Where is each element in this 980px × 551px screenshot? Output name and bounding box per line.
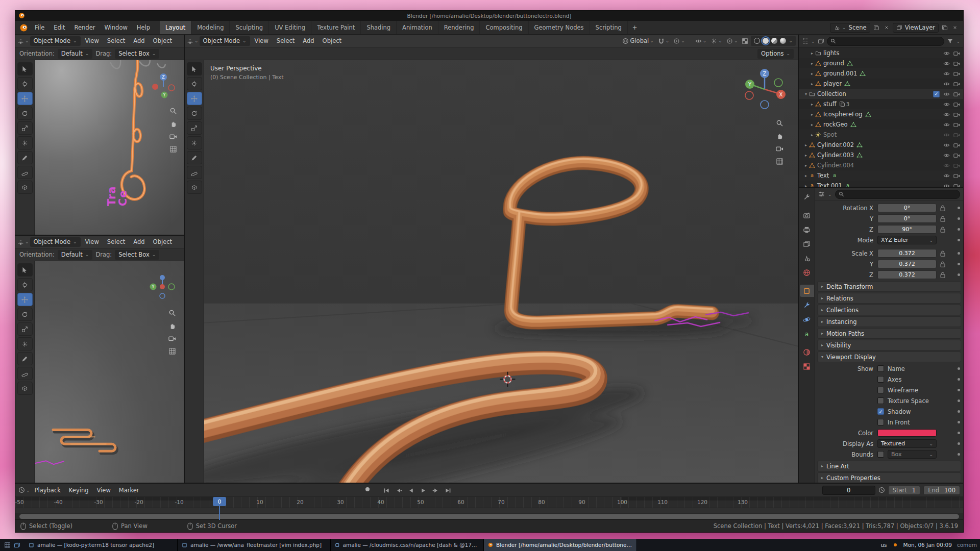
menu-select[interactable]: Select xyxy=(104,238,129,245)
outliner-row[interactable]: ▸ player xyxy=(799,79,963,89)
scene-unlink-button[interactable] xyxy=(883,23,891,32)
tab-rendering[interactable]: Rendering xyxy=(438,21,480,34)
expand-icon[interactable]: ▸ xyxy=(809,71,815,76)
menu-view[interactable]: View xyxy=(82,37,103,44)
lock-icon[interactable] xyxy=(939,250,946,257)
section-motion-paths[interactable]: ▸Motion Paths xyxy=(817,328,961,339)
tool-transform[interactable] xyxy=(17,136,33,149)
expand-icon[interactable]: ▸ xyxy=(803,153,809,158)
tool-annotate[interactable] xyxy=(17,151,33,164)
axes-checkbox[interactable] xyxy=(877,376,884,383)
tool-add-cube[interactable] xyxy=(17,382,33,395)
blender-menu-logo-icon[interactable] xyxy=(19,23,28,32)
playhead[interactable]: 0 xyxy=(213,497,226,506)
hide-eye-icon[interactable] xyxy=(943,50,950,57)
section-relations[interactable]: ▸Relations xyxy=(817,293,961,304)
menu-view[interactable]: View xyxy=(251,37,272,44)
tab-shading[interactable]: Shading xyxy=(361,21,397,34)
outliner-row-collection[interactable]: ▾ Collection ✓ xyxy=(799,89,963,99)
zoom-icon[interactable] xyxy=(776,119,783,127)
drag-dropdown[interactable]: Select Box⌄ xyxy=(115,250,159,260)
disable-render-icon[interactable] xyxy=(953,162,960,169)
lock-icon[interactable] xyxy=(939,271,946,279)
bounds-checkbox[interactable] xyxy=(877,451,884,458)
navigation-gizmo[interactable]: Z Y xyxy=(149,72,178,101)
orientation-dropdown[interactable]: Default⌄ xyxy=(58,49,93,59)
collection-exclude-checkbox[interactable]: ✓ xyxy=(933,91,940,97)
bounds-dropdown[interactable]: Box⌄ xyxy=(888,450,937,459)
disable-render-icon[interactable] xyxy=(953,152,960,159)
tool-rotate[interactable] xyxy=(17,107,33,120)
tab-compositing[interactable]: Compositing xyxy=(480,21,528,34)
section-collections[interactable]: ▸Collections xyxy=(817,305,961,315)
camera-view-icon[interactable] xyxy=(776,145,783,153)
menu-keying[interactable]: Keying xyxy=(65,487,92,494)
tool-measure[interactable] xyxy=(187,166,202,179)
menu-add[interactable]: Add xyxy=(130,238,148,245)
animate-dot[interactable] xyxy=(958,207,960,209)
tab-scripting[interactable]: Scripting xyxy=(590,21,628,34)
menu-edit[interactable]: Edit xyxy=(49,21,69,34)
rotation-mode-dropdown[interactable]: XYZ Euler⌄ xyxy=(877,236,937,244)
scrollbar-thumb[interactable] xyxy=(19,514,959,519)
name-checkbox[interactable] xyxy=(877,365,884,372)
tab-animation[interactable]: Animation xyxy=(397,21,438,34)
tool-measure[interactable] xyxy=(17,367,33,380)
disable-render-icon[interactable] xyxy=(953,81,960,87)
tool-scale[interactable] xyxy=(17,322,33,336)
hide-eye-icon[interactable] xyxy=(943,142,950,148)
disable-render-icon[interactable] xyxy=(953,142,960,148)
section-line-art[interactable]: ▸Line Art xyxy=(817,461,961,471)
tab-texture[interactable] xyxy=(800,360,814,372)
outliner-row[interactable]: ▸ lights xyxy=(799,48,963,58)
menu-render[interactable]: Render xyxy=(70,21,100,34)
viewport-front-ortho[interactable]: ⌄ Object Mode⌄ View Select Add Object Or… xyxy=(15,35,184,236)
editor-type-icon[interactable] xyxy=(17,38,24,44)
tool-cursor[interactable] xyxy=(17,278,33,291)
jump-to-start-button[interactable] xyxy=(381,485,392,495)
orientation-dropdown[interactable]: Default⌄ xyxy=(58,250,93,260)
navigation-gizmo[interactable]: Z X Y xyxy=(743,67,787,111)
mode-dropdown[interactable]: Object Mode⌄ xyxy=(30,237,81,247)
viewlayer-remove-button[interactable] xyxy=(951,23,959,32)
add-workspace-button[interactable]: + xyxy=(628,21,642,34)
viewlayer-selector[interactable]: ViewLayer xyxy=(893,23,939,33)
hide-eye-icon[interactable] xyxy=(943,132,950,138)
tab-tool[interactable] xyxy=(800,191,814,203)
animate-dot[interactable] xyxy=(958,252,960,255)
frame-start-field[interactable]: Start 1 xyxy=(888,486,920,495)
show-desktop-icon[interactable] xyxy=(4,542,11,548)
menu-window[interactable]: Window xyxy=(100,21,132,34)
tool-rotate[interactable] xyxy=(17,308,33,321)
zoom-icon[interactable] xyxy=(169,107,177,115)
tab-object[interactable] xyxy=(800,285,814,297)
tool-scale[interactable] xyxy=(187,121,202,135)
disable-render-icon[interactable] xyxy=(953,172,960,179)
expand-icon[interactable]: ▸ xyxy=(809,61,815,66)
expand-icon[interactable]: ▸ xyxy=(809,102,815,107)
disable-render-icon[interactable] xyxy=(953,111,960,118)
scale-x-field[interactable]: 0.372 xyxy=(877,249,937,258)
tool-select-box[interactable] xyxy=(187,62,202,76)
animate-dot[interactable] xyxy=(958,378,960,381)
lock-icon[interactable] xyxy=(939,215,946,222)
viewport-color-swatch[interactable] xyxy=(877,429,937,437)
outliner-row[interactable]: ▸ Cylinder.002 xyxy=(799,140,963,150)
menu-object[interactable]: Object xyxy=(150,37,176,44)
animate-dot[interactable] xyxy=(958,367,960,370)
outliner-row[interactable]: ▸ ground xyxy=(799,58,963,68)
outliner-editor-icon[interactable] xyxy=(802,38,808,44)
in-front-checkbox[interactable] xyxy=(877,419,884,425)
timeline-channels[interactable] xyxy=(15,508,963,513)
rotation-x-field[interactable]: 0° xyxy=(877,204,937,212)
expand-icon[interactable]: ▸ xyxy=(809,133,815,137)
tool-annotate[interactable] xyxy=(17,352,33,365)
current-frame-field[interactable]: 0 xyxy=(822,486,875,495)
disable-render-icon[interactable] xyxy=(953,183,960,187)
options-dropdown[interactable]: Options⌄ xyxy=(757,49,794,59)
next-keyframe-button[interactable] xyxy=(430,485,441,495)
editor-type-icon[interactable] xyxy=(17,239,24,245)
scene-selector[interactable]: ⌄ Scene xyxy=(830,23,870,33)
jump-to-end-button[interactable] xyxy=(442,485,453,495)
animate-dot[interactable] xyxy=(958,442,960,445)
